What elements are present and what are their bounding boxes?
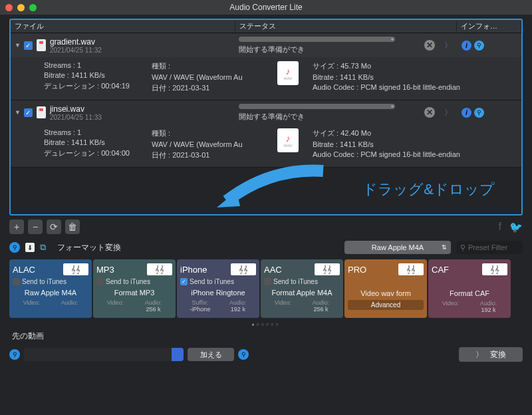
chevron-right-icon[interactable]: 〉 xyxy=(444,40,452,51)
progress-text: 開始する準備ができ xyxy=(239,45,395,55)
search-format-icon[interactable]: ⚲ xyxy=(9,242,20,253)
send-itunes-checkbox[interactable] xyxy=(264,278,271,285)
info-icon[interactable]: i xyxy=(462,108,471,118)
remove-button[interactable]: − xyxy=(28,219,43,234)
type-value: WAV / WAVE (Waveform Au xyxy=(152,73,263,81)
chevron-right-icon: 〉 xyxy=(475,349,483,360)
duration-label: デュレーション : 00:04:00 xyxy=(44,148,142,158)
waveform-icon: WAV xyxy=(277,128,299,152)
music-icon: 𝄞𝄞 xyxy=(398,263,424,275)
cancel-icon[interactable]: ✕ xyxy=(424,40,435,51)
send-itunes-checkbox[interactable] xyxy=(96,278,104,285)
search-icon[interactable]: ⚲ xyxy=(238,349,249,360)
facebook-icon[interactable]: f xyxy=(499,221,501,233)
file-name: jinsei.wav xyxy=(50,104,239,114)
file-details: Streams : 1 Bitrate : 1411 KB/s デュレーション … xyxy=(11,57,521,100)
titlebar: Audio Converter Lite xyxy=(0,0,532,15)
row-checkbox[interactable]: ✓ xyxy=(24,108,33,117)
format-card-alac[interactable]: ALAC𝄞𝄞 Send to iTunes Raw Apple M4A Vide… xyxy=(9,259,92,318)
file-row[interactable]: ▼ ✓ jinsei.wav 2021/04/25 11:33 開始する準備がで… xyxy=(11,100,521,168)
window-title: Audio Converter Lite xyxy=(229,3,302,12)
send-itunes-checkbox[interactable] xyxy=(13,278,20,285)
format-cards-row: ALAC𝄞𝄞 Send to iTunes Raw Apple M4A Vide… xyxy=(0,259,532,318)
header-info[interactable]: インフォ… xyxy=(457,21,521,31)
file-row[interactable]: ▼ ✓ gradient.wav 2021/04/25 11:32 開始する準備… xyxy=(11,33,521,100)
arrow-annotation-icon xyxy=(217,161,330,214)
progress-bar xyxy=(239,104,395,109)
traffic-lights xyxy=(5,4,37,11)
convert-button[interactable]: 〉変換 xyxy=(459,347,523,362)
format-card-pro[interactable]: PRO𝄞𝄞 Video wav form Advanced xyxy=(344,259,427,318)
type-label: 種類 : xyxy=(152,128,263,138)
minimize-window-button[interactable] xyxy=(17,4,25,11)
search-dest-icon[interactable]: ⚲ xyxy=(9,349,20,360)
destination-select[interactable] xyxy=(24,348,184,361)
music-icon: 𝄞𝄞 xyxy=(315,263,340,275)
preset-filter-input[interactable]: ⚲ Preset Filter xyxy=(456,241,523,254)
file-date2: 日付 : 2021-03-31 xyxy=(152,83,263,93)
file-date: 2021/04/25 11:33 xyxy=(50,114,239,121)
codec-label: Audio Codec : PCM signed 16-bit little-e… xyxy=(313,150,485,158)
info-icon[interactable]: i xyxy=(462,41,471,51)
size-label: サイズ : 45.73 Mo xyxy=(313,61,485,71)
search-icon: ⚲ xyxy=(460,243,466,252)
music-icon: 𝄞𝄞 xyxy=(147,263,172,275)
file-date: 2021/04/25 11:32 xyxy=(50,47,239,54)
file-list-panel: ファイル ステータス インフォ… ▼ ✓ gradient.wav 2021/0… xyxy=(9,19,523,215)
preset-placeholder: Preset Filter xyxy=(468,243,507,251)
music-icon: 𝄞𝄞 xyxy=(63,263,88,275)
zoom-window-button[interactable] xyxy=(29,4,37,11)
refresh-button[interactable]: ⟳ xyxy=(47,219,61,234)
progress-text: 開始する準備ができ xyxy=(239,112,395,122)
duration-label: デュレーション : 00:04:19 xyxy=(44,81,142,91)
streams-label: Streams : 1 xyxy=(44,128,142,136)
header-file[interactable]: ファイル xyxy=(11,21,235,31)
add-button[interactable]: + xyxy=(9,219,24,234)
advanced-button[interactable]: Advanced xyxy=(348,300,424,310)
disclosure-icon[interactable]: ▼ xyxy=(15,42,21,49)
codec-label: Audio Codec : PCM signed 16-bit little-e… xyxy=(313,83,485,91)
duplicate-icon[interactable]: ⧉ xyxy=(40,243,51,252)
progress-bar xyxy=(239,37,395,42)
row-checkbox[interactable]: ✓ xyxy=(24,41,33,50)
file-type-icon xyxy=(37,39,46,51)
pager-dots[interactable]: ●○○○○○ xyxy=(0,318,532,331)
format-label: フォーマット変換 xyxy=(57,242,121,253)
disclosure-icon[interactable]: ▼ xyxy=(15,109,21,116)
send-itunes-checkbox[interactable]: ✓ xyxy=(180,278,188,285)
file-type-icon xyxy=(37,106,46,118)
format-card-mp3[interactable]: MP3𝄞𝄞 Send to iTunes Format MP3 Video:Au… xyxy=(93,259,176,318)
file-date2: 日付 : 2021-03-01 xyxy=(152,150,263,160)
bitrate2-label: Bitrate : 1411 KB/s xyxy=(313,140,485,148)
format-card-caf[interactable]: CAF𝄞𝄞 Format CAF Video:Audio:192 k xyxy=(428,259,511,318)
drop-zone[interactable]: ドラッグ&ドロップ xyxy=(11,168,521,214)
music-icon: 𝄞𝄞 xyxy=(482,263,507,275)
header-status[interactable]: ステータス xyxy=(235,21,457,31)
format-select[interactable]: Raw Apple M4A xyxy=(344,241,451,254)
format-bar: ⚲ ⬇ ⧉ フォーマット変換 Raw Apple M4A ⚲ Preset Fi… xyxy=(0,238,532,259)
file-name: gradient.wav xyxy=(50,37,239,47)
bitrate2-label: Bitrate : 1411 KB/s xyxy=(313,73,485,81)
streams-label: Streams : 1 xyxy=(44,61,142,69)
format-card-aac[interactable]: AAC𝄞𝄞 Send to iTunes Format Apple M4A Vi… xyxy=(261,259,343,318)
bottom-bar: ⚲ 加える ⚲ 〉変換 xyxy=(0,342,532,368)
bitrate-label: Bitrate : 1411 KB/s xyxy=(44,138,142,146)
drop-zone-label: ドラッグ&ドロップ xyxy=(362,180,495,200)
format-card-iphone[interactable]: iPhone𝄞𝄞 ✓Send to iTunes iPhone Ringtone… xyxy=(177,259,259,318)
cancel-icon[interactable]: ✕ xyxy=(424,107,435,118)
waveform-icon: WAV xyxy=(277,61,299,85)
search-icon[interactable]: ⚲ xyxy=(474,108,484,118)
search-icon[interactable]: ⚲ xyxy=(474,41,484,51)
destination-label: 先の動画 xyxy=(0,331,532,342)
close-window-button[interactable] xyxy=(5,4,13,11)
bitrate-label: Bitrate : 1411 KB/s xyxy=(44,71,142,79)
type-label: 種類 : xyxy=(152,61,263,71)
type-value: WAV / WAVE (Waveform Au xyxy=(152,140,263,148)
trash-button[interactable]: 🗑 xyxy=(65,219,80,234)
download-icon[interactable]: ⬇ xyxy=(25,243,35,252)
add-destination-button[interactable]: 加える xyxy=(188,348,234,361)
toolbar: + − ⟳ 🗑 f 🐦 xyxy=(0,215,532,238)
twitter-icon[interactable]: 🐦 xyxy=(509,221,523,233)
column-headers: ファイル ステータス インフォ… xyxy=(11,20,521,33)
chevron-right-icon[interactable]: 〉 xyxy=(444,107,452,118)
